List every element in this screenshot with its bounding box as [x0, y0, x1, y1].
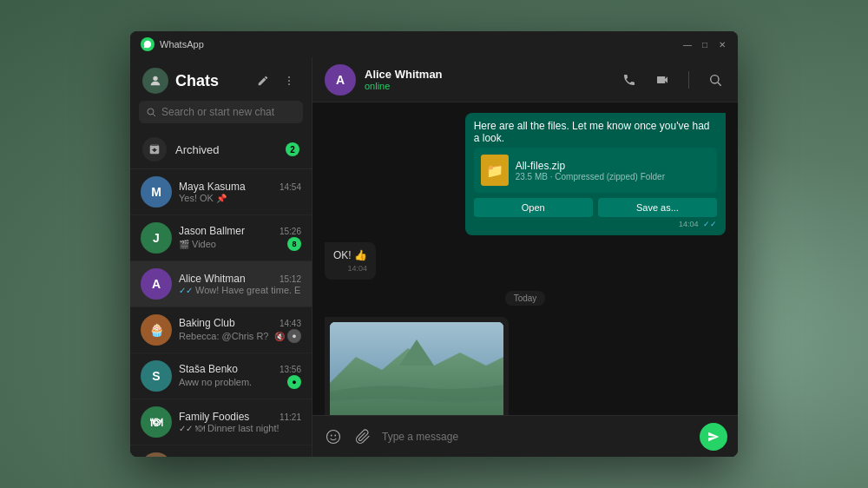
chat-preview-baking: Rebecca: @Chris R? 🔇 ● [179, 329, 301, 343]
archived-label: Archived [175, 143, 277, 156]
svg-point-0 [153, 76, 157, 81]
msg-time-1: 14:04 ✓✓ [474, 220, 717, 228]
chat-badge-stasa: ● [287, 375, 301, 389]
archived-badge: 2 [286, 142, 299, 156]
sidebar-title: Chats [175, 72, 246, 90]
chat-main: A Alice Whitman online [312, 57, 738, 457]
avatar-mark: M [141, 452, 172, 457]
header-divider [688, 71, 689, 89]
user-avatar[interactable] [142, 68, 168, 94]
pin-icon-maya: 📌 [216, 194, 227, 203]
chat-preview-family: ✓✓ 🍽 Dinner last night! [179, 423, 301, 433]
message-input[interactable] [382, 431, 691, 443]
contact-avatar[interactable]: A [325, 64, 356, 96]
app-icon [141, 37, 155, 51]
svg-line-5 [153, 114, 155, 116]
message-text-2: OK! 👍 [333, 249, 367, 261]
file-attachment: 📁 All-files.zip 23.5 MB · Compressed (zi… [474, 148, 717, 193]
svg-point-2 [288, 80, 290, 82]
chat-time-jason: 15:26 [279, 227, 301, 236]
app-window: WhatsApp — □ ✕ Chats [130, 31, 738, 457]
chat-time-alice: 15:12 [279, 274, 301, 284]
maximize-button[interactable]: □ [700, 39, 710, 49]
chat-info-mark: Mark Rogers 11:05 Nope. I can't go unfor… [179, 455, 301, 457]
chat-item-alice[interactable]: A Alice Whitman 15:12 ✓✓ Wow! Have great… [130, 261, 312, 307]
chat-item-stasa[interactable]: S Staša Benko 13:56 Aww no problem. ● [130, 353, 312, 399]
send-button[interactable] [700, 423, 727, 451]
archived-row[interactable]: Archived 2 [130, 130, 312, 169]
chat-name-jason: Jason Ballmer [179, 225, 245, 237]
chat-info-baking: Baking Club 14:43 Rebecca: @Chris R? 🔇 ● [179, 317, 301, 343]
app-title: WhatsApp [160, 39, 682, 49]
chat-name-maya: Maya Kasuma [179, 181, 246, 193]
chat-header: A Alice Whitman online [312, 57, 738, 102]
video-call-button[interactable] [652, 69, 673, 90]
file-actions: Open Save as... [474, 198, 717, 217]
more-options-button[interactable] [279, 70, 299, 91]
file-name: All-files.zip [516, 160, 710, 172]
avatar-family: 🍽 [141, 406, 172, 438]
open-file-button[interactable]: Open [474, 198, 593, 217]
chat-time-baking: 14:43 [279, 319, 301, 328]
avatar-stasa: S [141, 360, 172, 392]
minimize-button[interactable]: — [682, 39, 693, 49]
chat-preview-jason: 🎬 Video 8 [179, 237, 301, 251]
search-input[interactable] [161, 106, 296, 118]
attachment-button[interactable] [352, 426, 373, 447]
app-body: Chats [130, 57, 738, 457]
message-in-2: So beautiful here! ❤️ 15:06 [325, 317, 509, 415]
chat-name-stasa: Staša Benko [179, 363, 238, 375]
svg-point-1 [288, 76, 290, 78]
message-text-1: Here are all the files. Let me know once… [474, 120, 717, 144]
chat-name-family: Family Foodies [179, 411, 249, 423]
new-chat-button[interactable] [253, 70, 273, 91]
contact-name: Alice Whitman [365, 68, 610, 81]
chat-info-family: Family Foodies 11:21 ✓✓ 🍽 Dinner last ni… [179, 411, 301, 433]
chat-info-stasa: Staša Benko 13:56 Aww no problem. ● [179, 363, 301, 389]
search-bar[interactable] [139, 101, 303, 123]
file-size: 23.5 MB · Compressed (zipped) Folder [516, 172, 710, 181]
chat-item-baking[interactable]: 🧁 Baking Club 14:43 Rebecca: @Chris R? 🔇… [130, 307, 312, 353]
svg-point-3 [288, 83, 290, 85]
msg-time-2: 14:04 [333, 264, 367, 273]
sidebar: Chats [130, 57, 312, 457]
chat-preview-maya: Yes! OK 📌 [179, 193, 301, 203]
chat-item-jason[interactable]: J Jason Ballmer 15:26 🎬 Video 8 [130, 215, 312, 261]
chat-name-baking: Baking Club [179, 317, 235, 329]
titlebar: WhatsApp — □ ✕ [130, 31, 738, 57]
chat-list: M Maya Kasuma 14:54 Yes! OK 📌 [130, 169, 312, 457]
chat-info-alice: Alice Whitman 15:12 ✓✓ Wow! Have great t… [179, 273, 301, 295]
messages-area: Here are all the files. Let me know once… [312, 102, 738, 415]
mountain-svg [330, 322, 503, 415]
chat-time-maya: 14:54 [279, 182, 301, 192]
save-file-button[interactable]: Save as... [598, 198, 717, 217]
message-out-1: Here are all the files. Let me know once… [465, 113, 726, 235]
search-messages-button[interactable] [705, 69, 726, 90]
avatar-baking: 🧁 [141, 314, 172, 346]
chat-info-maya: Maya Kasuma 14:54 Yes! OK 📌 [179, 181, 301, 203]
file-icon: 📁 [481, 155, 509, 186]
avatar-alice: A [141, 268, 172, 300]
chat-item-mark[interactable]: M Mark Rogers 11:05 Nope. I can't go unf… [130, 445, 312, 457]
voice-call-button[interactable] [619, 69, 640, 90]
svg-point-4 [148, 109, 154, 115]
chat-preview-alice: ✓✓ Wow! Have great time. Enjoy. [179, 285, 301, 295]
sidebar-header: Chats [130, 57, 312, 101]
chat-preview-stasa: Aww no problem. ● [179, 375, 301, 389]
chat-item-maya[interactable]: M Maya Kasuma 14:54 Yes! OK 📌 [130, 169, 312, 215]
svg-point-12 [331, 434, 332, 436]
svg-point-6 [711, 75, 719, 82]
contact-info: Alice Whitman online [365, 68, 610, 91]
chat-name-mark: Mark Rogers [179, 455, 239, 457]
chat-time-stasa: 13:56 [279, 365, 301, 374]
chat-image[interactable] [330, 322, 503, 415]
svg-point-11 [327, 430, 340, 443]
window-controls: — □ ✕ [682, 39, 727, 49]
input-bar [312, 415, 738, 457]
avatar-maya: M [141, 176, 172, 208]
close-button[interactable]: ✕ [717, 39, 727, 49]
desktop-background: WhatsApp — □ ✕ Chats [0, 0, 868, 488]
archive-icon [142, 137, 167, 162]
chat-item-family[interactable]: 🍽 Family Foodies 11:21 ✓✓ 🍽 Dinner last … [130, 399, 312, 445]
emoji-button[interactable] [323, 426, 344, 447]
